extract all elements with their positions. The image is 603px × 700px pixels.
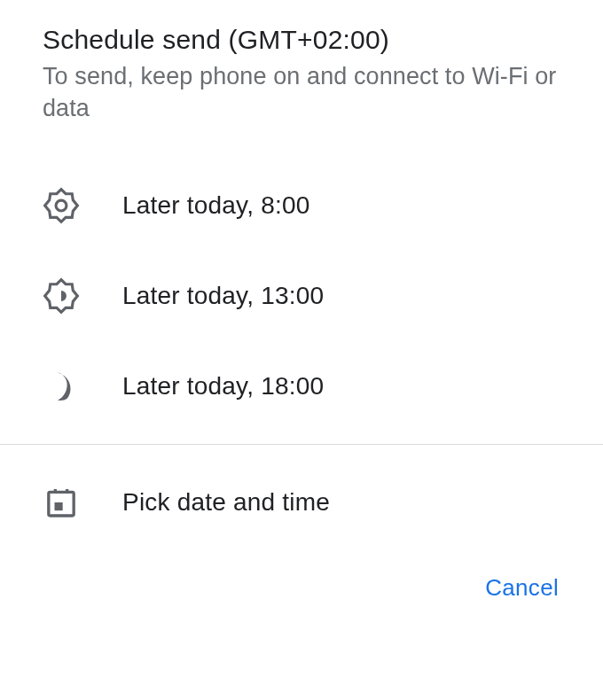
option-later-today-morning[interactable]: Later today, 8:00 (0, 160, 603, 251)
option-later-today-afternoon[interactable]: Later today, 13:00 (0, 251, 603, 341)
svg-rect-6 (55, 502, 63, 510)
brightness-high-icon (43, 187, 80, 224)
dialog-subtitle: To send, keep phone on and connect to Wi… (43, 60, 560, 125)
svg-marker-0 (45, 190, 78, 222)
cancel-button[interactable]: Cancel (480, 567, 564, 609)
option-label: Later today, 8:00 (122, 191, 309, 220)
schedule-send-dialog: Schedule send (GMT+02:00) To send, keep … (0, 0, 603, 609)
svg-point-1 (56, 200, 67, 211)
option-label: Later today, 18:00 (122, 372, 324, 401)
calendar-icon (43, 484, 80, 521)
dialog-header: Schedule send (GMT+02:00) To send, keep … (0, 25, 603, 160)
schedule-options: Later today, 8:00 Later today, 13:00 Lat… (0, 160, 603, 432)
option-pick-date-time[interactable]: Pick date and time (0, 457, 603, 548)
moon-icon (43, 368, 80, 405)
option-later-today-evening[interactable]: Later today, 18:00 (0, 341, 603, 432)
option-label: Pick date and time (122, 488, 330, 517)
dialog-title: Schedule send (GMT+02:00) (43, 25, 560, 55)
option-label: Later today, 13:00 (122, 282, 324, 310)
brightness-medium-icon (43, 277, 80, 315)
dialog-footer: Cancel (0, 548, 603, 609)
divider (0, 444, 603, 445)
